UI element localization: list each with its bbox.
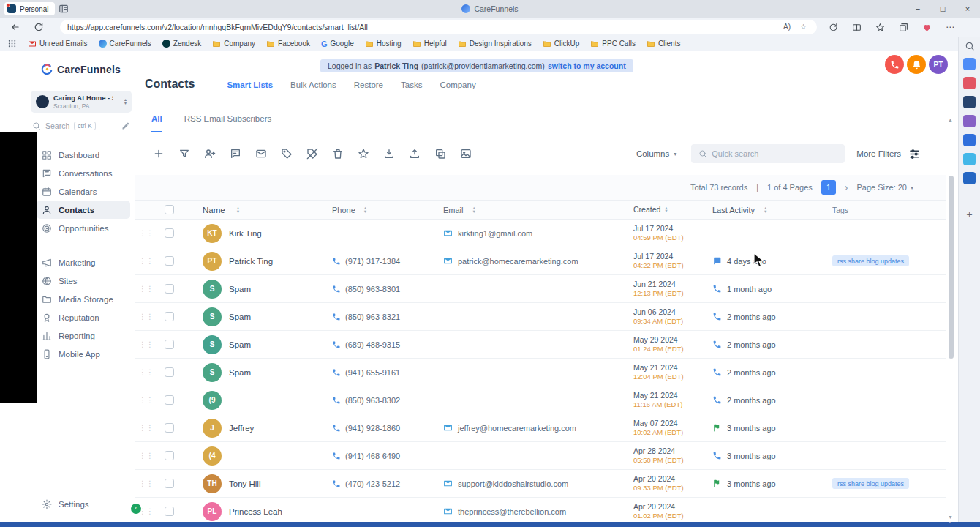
tab-restore[interactable]: Restore bbox=[354, 81, 383, 89]
sidebar-item-contacts[interactable]: Contacts bbox=[37, 201, 130, 219]
drag-handle[interactable]: ⋮⋮ bbox=[135, 229, 157, 237]
read-aloud-icon[interactable]: A) bbox=[783, 23, 793, 32]
contact-name-cell[interactable]: THTony Hill bbox=[184, 474, 328, 493]
toolbar-filter-button[interactable] bbox=[176, 145, 193, 162]
sidebar-item-media-storage[interactable]: Media Storage bbox=[37, 290, 130, 308]
select-all-checkbox[interactable] bbox=[165, 205, 174, 214]
column-header-created[interactable]: Created▲▼ bbox=[629, 205, 705, 215]
sync-icon[interactable] bbox=[829, 23, 838, 32]
contact-name-cell[interactable]: (4 bbox=[184, 446, 328, 466]
sidebar-item-reputation[interactable]: Reputation bbox=[37, 308, 130, 326]
table-row[interactable]: ⋮⋮SSpam(850) 963-8321Jun 06 202409:34 AM… bbox=[135, 303, 946, 331]
back-icon[interactable] bbox=[10, 22, 20, 32]
sidebar-item-dashboard[interactable]: Dashboard bbox=[37, 146, 130, 164]
contact-phone-cell[interactable]: (941) 928-1860 bbox=[328, 424, 437, 433]
toolbar-tag-button[interactable] bbox=[278, 145, 295, 162]
bookmark-hosting[interactable]: Hosting bbox=[365, 40, 402, 48]
bookmark-company[interactable]: Company bbox=[212, 40, 255, 48]
column-header-phone[interactable]: Phone▲▼ bbox=[328, 206, 437, 214]
contact-phone-cell[interactable]: (689) 488-9315 bbox=[328, 340, 437, 349]
row-checkbox[interactable] bbox=[165, 423, 174, 433]
favorite-star-icon[interactable]: ☆ bbox=[800, 23, 810, 32]
contact-name-cell[interactable]: SSpam bbox=[184, 280, 328, 299]
sidebar-collapse-button[interactable]: ‹ bbox=[131, 504, 141, 514]
scrollbar-thumb[interactable] bbox=[949, 176, 954, 359]
contact-email-cell[interactable]: patrick@homecaremarketing.com bbox=[437, 256, 629, 266]
bookmark-ppc-calls[interactable]: PPC Calls bbox=[590, 40, 636, 48]
edge-app-icon-1[interactable] bbox=[963, 58, 976, 70]
add-app-icon[interactable]: + bbox=[966, 209, 972, 220]
toolbar-download-button[interactable] bbox=[380, 145, 398, 162]
table-row[interactable]: ⋮⋮KTKirk Tingkirkting1@gmail.comJul 17 2… bbox=[135, 220, 946, 247]
table-row[interactable]: ⋮⋮(9(850) 963-8302May 21 202411:16 AM (E… bbox=[135, 386, 946, 414]
dialer-button[interactable] bbox=[885, 55, 904, 74]
favorites-icon[interactable] bbox=[875, 23, 885, 32]
edge-app-icon-6[interactable] bbox=[963, 153, 976, 165]
toolbar-mail-button[interactable] bbox=[252, 145, 270, 162]
toolbar-chat-button[interactable] bbox=[227, 145, 244, 162]
contact-email-cell[interactable]: theprincess@therebellion.com bbox=[437, 507, 629, 516]
row-checkbox[interactable] bbox=[165, 284, 174, 294]
refresh-icon[interactable] bbox=[34, 22, 44, 32]
edge-app-icon-4[interactable] bbox=[963, 115, 976, 127]
switch-account-link[interactable]: switch to my account bbox=[548, 61, 626, 70]
minimize-button[interactable]: − bbox=[905, 0, 930, 18]
drag-handle[interactable]: ⋮⋮ bbox=[135, 285, 157, 293]
toolbar-trash-button[interactable] bbox=[329, 145, 347, 162]
bookmark-zendesk[interactable]: Zendesk bbox=[162, 40, 201, 48]
sidebar-item-opportunities[interactable]: Opportunities bbox=[37, 219, 130, 237]
edge-app-icon-2[interactable] bbox=[963, 77, 976, 89]
location-switcher[interactable]: Caring At Home - Sn... Scranton, PA ▴▾ bbox=[31, 91, 132, 113]
drag-handle[interactable]: ⋮⋮ bbox=[135, 452, 157, 460]
bookmark-google[interactable]: GGoogle bbox=[321, 40, 354, 48]
notifications-button[interactable] bbox=[907, 55, 926, 74]
drag-handle[interactable]: ⋮⋮ bbox=[135, 313, 157, 321]
table-row[interactable]: ⋮⋮PTPatrick Ting(971) 317-1384patrick@ho… bbox=[135, 247, 946, 275]
quick-search-input[interactable] bbox=[712, 149, 837, 158]
column-header-last-activity[interactable]: Last Activity▲▼ bbox=[705, 206, 828, 214]
subtab-all[interactable]: All bbox=[151, 105, 162, 132]
tab-bulk-actions[interactable]: Bulk Actions bbox=[290, 81, 336, 89]
toolbar-tag-off-button[interactable] bbox=[304, 145, 321, 162]
sidebar-item-sites[interactable]: Sites bbox=[37, 272, 130, 290]
contact-phone-cell[interactable]: (850) 963-8302 bbox=[328, 396, 437, 405]
row-checkbox[interactable] bbox=[165, 395, 174, 405]
quick-search[interactable] bbox=[691, 144, 845, 163]
contact-name-cell[interactable]: SSpam bbox=[184, 335, 328, 354]
row-checkbox[interactable] bbox=[165, 479, 174, 488]
contact-name-cell[interactable]: KTKirk Ting bbox=[184, 224, 328, 243]
sidebar-item-reporting[interactable]: Reporting bbox=[37, 326, 130, 345]
table-row[interactable]: ⋮⋮JJeffrey(941) 928-1860jeffrey@homecare… bbox=[135, 414, 946, 442]
columns-dropdown[interactable]: Columns ▾ bbox=[636, 149, 676, 158]
edge-app-icon-5[interactable] bbox=[963, 134, 976, 146]
table-row[interactable]: ⋮⋮SSpam(689) 488-9315May 29 202401:24 PM… bbox=[135, 331, 946, 359]
address-bar[interactable]: https://app.carefunnels.com/v2/location/… bbox=[60, 20, 817, 34]
edit-icon[interactable] bbox=[121, 122, 130, 130]
column-header-name[interactable]: Name▲▼ bbox=[184, 206, 328, 214]
toolbar-plus-button[interactable] bbox=[150, 145, 167, 162]
bookmark-clickup[interactable]: ClickUp bbox=[543, 40, 579, 48]
browser-essentials-icon[interactable] bbox=[922, 23, 932, 32]
toolbar-copy-button[interactable] bbox=[431, 145, 449, 162]
drag-handle[interactable]: ⋮⋮ bbox=[135, 340, 157, 348]
table-row[interactable]: ⋮⋮SSpam(850) 963-8301Jun 21 202412:13 PM… bbox=[135, 275, 946, 303]
toolbar-star-button[interactable] bbox=[355, 145, 372, 162]
collections-icon[interactable] bbox=[899, 23, 908, 32]
toolbar-upload-button[interactable] bbox=[406, 145, 423, 162]
bookmark-facebook[interactable]: Facebook bbox=[266, 40, 310, 48]
close-button[interactable]: × bbox=[955, 0, 980, 18]
scrollbar-up-icon[interactable]: ▲ bbox=[948, 117, 953, 122]
row-checkbox[interactable] bbox=[165, 367, 174, 377]
drag-handle[interactable]: ⋮⋮ bbox=[135, 479, 157, 487]
contact-phone-cell[interactable]: (941) 468-6490 bbox=[328, 452, 437, 460]
sidebar-item-conversations[interactable]: Conversations bbox=[37, 164, 130, 182]
edge-app-icon-3[interactable] bbox=[963, 96, 976, 108]
contact-name-cell[interactable]: SSpam bbox=[184, 363, 328, 382]
settings-menu-icon[interactable]: ⋯ bbox=[946, 22, 955, 32]
search-icon[interactable] bbox=[965, 41, 975, 51]
sidebar-search[interactable]: Search ctrl K bbox=[32, 120, 130, 132]
row-checkbox[interactable] bbox=[165, 451, 174, 460]
drag-handle[interactable]: ⋮⋮ bbox=[135, 396, 157, 404]
edge-app-icon-7[interactable] bbox=[963, 172, 976, 184]
contact-email-cell[interactable]: support@kiddoshairstudio.com bbox=[437, 479, 629, 488]
